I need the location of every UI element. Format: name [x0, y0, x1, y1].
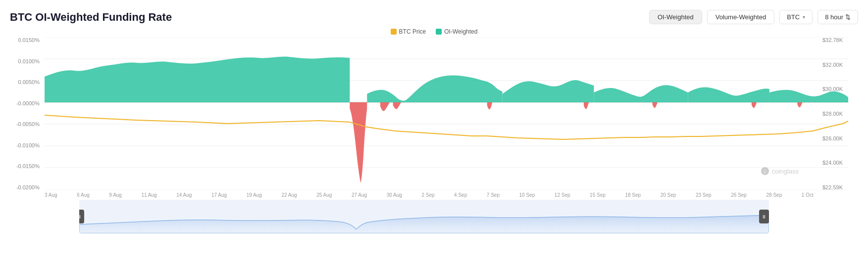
legend-btc-price-color	[391, 29, 397, 35]
x-label: 30 Aug	[387, 192, 402, 198]
x-label: 10 Sep	[519, 192, 535, 198]
x-label: 20 Sep	[661, 192, 676, 198]
y-right-label-2: $30.00K	[822, 86, 843, 92]
watermark: C coinglass	[761, 167, 799, 175]
y-label-6: -0.0150%	[16, 163, 40, 169]
x-axis: 3 Aug 6 Aug 9 Aug 11 Aug 14 Aug 17 Aug 1…	[10, 190, 858, 198]
y-right-label-3: $28.00K	[822, 111, 843, 117]
chart-legend: BTC Price OI-Weighted	[10, 28, 858, 35]
y-right-label-0: $32.78K	[822, 37, 843, 43]
x-label: 12 Sep	[555, 192, 570, 198]
x-label: 17 Aug	[211, 192, 227, 198]
y-right-label-5: $24.00K	[822, 160, 843, 166]
legend-btc-price-label: BTC Price	[399, 28, 426, 35]
main-svg	[45, 37, 848, 190]
y-axis-left: 0.0150% 0.0100% 0.0050% -0.0000% -0.0050…	[10, 37, 44, 190]
volume-weighted-btn[interactable]: Volume-Weighted	[707, 10, 774, 24]
header: BTC OI-Weighted Funding Rate OI-Weighted…	[10, 10, 858, 24]
y-label-5: -0.0100%	[16, 142, 40, 148]
legend-oi-weighted-label: OI-Weighted	[444, 28, 477, 35]
x-label: 27 Aug	[352, 192, 367, 198]
controls-bar: OI-Weighted Volume-Weighted BTC ▾ 8 hour…	[649, 10, 858, 24]
chart-canvas: C coinglass	[45, 37, 848, 190]
main-container: BTC OI-Weighted Funding Rate OI-Weighted…	[0, 0, 868, 262]
interval-selector[interactable]: 8 hour ⇅	[817, 10, 858, 24]
page-title: BTC OI-Weighted Funding Rate	[10, 11, 172, 24]
x-label: 2 Sep	[421, 192, 434, 198]
x-label: 25 Aug	[316, 192, 332, 198]
x-label: 23 Sep	[696, 192, 712, 198]
x-label: 26 Sep	[731, 192, 747, 198]
y-label-3: -0.0000%	[16, 100, 40, 106]
x-label: 18 Sep	[625, 192, 641, 198]
oi-weighted-btn[interactable]: OI-Weighted	[649, 10, 702, 24]
interval-arrows: ⇅	[845, 13, 851, 21]
x-label: 4 Sep	[454, 192, 467, 198]
legend-oi-weighted: OI-Weighted	[436, 28, 477, 35]
mini-chart[interactable]	[79, 200, 769, 233]
x-label: 6 Aug	[77, 192, 90, 198]
svg-text:C: C	[764, 170, 766, 174]
legend-btc-price: BTC Price	[391, 28, 426, 35]
coin-dropdown-arrow: ▾	[803, 14, 805, 20]
y-label-4: -0.0050%	[16, 121, 40, 127]
x-label: 15 Sep	[590, 192, 606, 198]
main-chart-area: 0.0150% 0.0100% 0.0050% -0.0000% -0.0050…	[10, 37, 858, 190]
y-label-0: 0.0150%	[18, 37, 40, 43]
x-label: 3 Aug	[45, 192, 57, 198]
mini-chart-svg	[79, 200, 769, 233]
x-label: 28 Sep	[766, 192, 782, 198]
x-label: 7 Sep	[487, 192, 500, 198]
x-label: 11 Aug	[142, 192, 157, 198]
watermark-text: coinglass	[772, 168, 799, 175]
x-label: 19 Aug	[247, 192, 262, 198]
y-right-label-1: $32.00K	[822, 62, 843, 68]
y-right-label-4: $26.00K	[822, 135, 843, 141]
y-label-7: -0.0200%	[16, 184, 40, 190]
coin-selector[interactable]: BTC ▾	[779, 10, 813, 24]
y-label-1: 0.0100%	[18, 58, 40, 64]
x-label: 9 Aug	[109, 192, 122, 198]
x-label: 22 Aug	[281, 192, 297, 198]
y-right-label-6: $22.59K	[822, 184, 843, 190]
legend-oi-weighted-color	[436, 29, 442, 35]
mini-chart-handle-left[interactable]	[79, 210, 84, 223]
x-label: 14 Aug	[176, 192, 192, 198]
y-label-2: 0.0050%	[18, 79, 40, 85]
x-label: 1 Oct	[802, 192, 814, 198]
mini-chart-handle-right[interactable]	[759, 210, 769, 223]
y-axis-right: $32.78K $32.00K $30.00K $28.00K $26.00K …	[818, 37, 858, 190]
